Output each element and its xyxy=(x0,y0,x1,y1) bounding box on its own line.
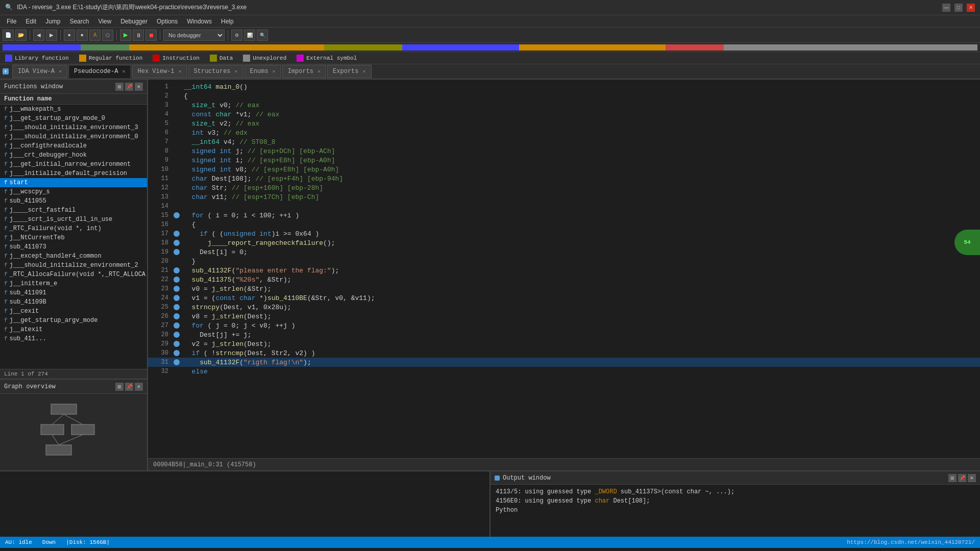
maximize-button[interactable]: □ xyxy=(954,4,963,12)
progress-segment-4 xyxy=(324,44,402,51)
debugger-selector[interactable]: No debugger xyxy=(163,30,225,41)
tab-close-imports[interactable]: ✕ xyxy=(317,68,321,74)
window-controls[interactable]: — □ ✕ xyxy=(942,4,975,12)
tab-close-pseudocode-a[interactable]: ✕ xyxy=(122,68,125,74)
legend-instruction: Instruction xyxy=(153,55,200,62)
toolbar-pause[interactable]: ⏸ xyxy=(133,30,144,41)
func-item-wcscpy[interactable]: f j__wcscpy_s xyxy=(0,187,147,196)
menu-debugger[interactable]: Debugger xyxy=(116,17,152,26)
tab-ida-view-a[interactable]: IDA View-A ✕ xyxy=(12,65,67,78)
func-item-rtc-alloca[interactable]: f _RTC_AllocaFailure(void *,_RTC_ALLOCA xyxy=(0,270,147,279)
graph-btn-close[interactable]: ✕ xyxy=(135,383,143,391)
tab-close-structures[interactable]: ✕ xyxy=(235,68,238,74)
toolbar-btn1[interactable]: ■ xyxy=(64,30,75,41)
code-content[interactable]: 1 __int64 main_0() 2 { 3 size_t v0; // e… xyxy=(148,80,980,458)
output-btn-close[interactable]: ✕ xyxy=(968,474,976,482)
func-item-start[interactable]: f start xyxy=(0,178,147,187)
menu-edit[interactable]: Edit xyxy=(21,17,40,26)
toolbar-extra3[interactable]: 🔍 xyxy=(257,30,268,41)
func-item-startup-argv[interactable]: f j__get_startup_argv_mode_0 xyxy=(0,114,147,123)
tab-close-exports[interactable]: ✕ xyxy=(363,68,366,74)
func-item-init-precision[interactable]: f j___initialize_default_precision xyxy=(0,169,147,178)
func-item-init-env2[interactable]: f j___should_initialize_environment_2 xyxy=(0,261,147,270)
toolbar-back[interactable]: ◀ xyxy=(33,30,44,41)
toolbar-open[interactable]: 📂 xyxy=(15,30,27,41)
code-line-16: 16 { xyxy=(148,220,980,229)
func-item-sub411091[interactable]: f sub_411091 xyxy=(0,288,147,297)
functions-btn-grid[interactable]: ⊞ xyxy=(115,83,124,91)
tab-pseudocode-a[interactable]: Pseudocode-A ✕ xyxy=(68,65,131,78)
menu-options[interactable]: Options xyxy=(153,17,182,26)
output-btn-pin[interactable]: 📌 xyxy=(958,474,966,482)
functions-list[interactable]: f j__wmakepath_s f j__get_startup_argv_m… xyxy=(0,105,147,369)
func-item-configthread[interactable]: f j__configthreadlocale xyxy=(0,141,147,151)
func-name: _RTC_AllocaFailure(void *,_RTC_ALLOCA xyxy=(10,271,145,278)
graph-btn-grid[interactable]: ⊞ xyxy=(115,383,124,391)
output-section: Output window ⊞ 📌 ✕ 4113/5: using guesse… xyxy=(0,470,980,537)
func-item-init-env3[interactable]: f j___should_initialize_environment_3 xyxy=(0,123,147,132)
menu-file[interactable]: File xyxy=(3,17,20,26)
toolbar-btn3[interactable]: A xyxy=(89,30,101,41)
func-item-startup-argv2[interactable]: f j__get_startup_argv_mode xyxy=(0,316,147,325)
menu-help[interactable]: Help xyxy=(217,17,238,26)
func-item-cexit[interactable]: f j__cexit xyxy=(0,307,147,316)
func-item-atexit[interactable]: f j__atexit xyxy=(0,325,147,334)
title-bar: 🔍 IDA - reverse_3.exe E:\1-study\逆向\第四周\… xyxy=(0,0,980,15)
toolbar-extra2[interactable]: 📊 xyxy=(244,30,255,41)
green-circle[interactable]: 54 xyxy=(954,230,980,255)
legend-label-data: Data xyxy=(219,55,233,61)
func-item-sub411...[interactable]: f sub_411... xyxy=(0,334,147,343)
tab-imports[interactable]: Imports ✕ xyxy=(282,65,326,78)
graph-btn-pin[interactable]: 📌 xyxy=(125,383,133,391)
func-item-except-handler[interactable]: f j__except_handler4_common xyxy=(0,252,147,261)
func-name: j__except_handler4_common xyxy=(10,253,102,260)
close-button[interactable]: ✕ xyxy=(967,4,975,12)
toolbar-new[interactable]: 📄 xyxy=(3,30,14,41)
func-item-scrt-fastfail[interactable]: f j____scrt_fastfail xyxy=(0,206,147,215)
toolbar-stop[interactable]: ⏹ xyxy=(145,30,157,41)
functions-btn-pin[interactable]: 📌 xyxy=(125,83,133,91)
toolbar-run[interactable]: ▶ xyxy=(120,30,131,41)
func-item-narrow-env[interactable]: f j__get_initial_narrow_environment xyxy=(0,160,147,169)
output-header: Output window ⊞ 📌 ✕ xyxy=(491,471,980,485)
menu-view[interactable]: View xyxy=(94,17,115,26)
status-idle: AU: idle xyxy=(5,539,32,545)
menu-windows[interactable]: Windows xyxy=(183,17,216,26)
tab-close-hex-view-1[interactable]: ✕ xyxy=(179,68,182,74)
minimize-button[interactable]: — xyxy=(942,4,950,12)
toolbar-hex[interactable]: ⬡ xyxy=(102,30,113,41)
tab-hex-view-1[interactable]: Hex View-1 ✕ xyxy=(132,65,187,78)
tab-close-enums[interactable]: ✕ xyxy=(273,68,276,74)
code-line-2: 2 { xyxy=(148,91,980,101)
left-panel: Functions window ⊞ 📌 ✕ Function name f j… xyxy=(0,80,148,470)
tab-exports[interactable]: Exports ✕ xyxy=(327,65,371,78)
output-line-1: 4113/5: using guessed type _DWORD sub_41… xyxy=(496,487,975,496)
func-item-rtc-failure[interactable]: f _RTC_Failure(void *, int) xyxy=(0,224,147,233)
menu-search[interactable]: Search xyxy=(65,17,93,26)
tab-enums[interactable]: Enums ✕ xyxy=(244,65,281,78)
func-item-scrt-ucrt[interactable]: f j____scrt_is_ucrt_dll_in_use xyxy=(0,215,147,224)
tab-structures[interactable]: Structures ✕ xyxy=(188,65,243,78)
func-prefix: f xyxy=(4,180,8,186)
functions-btn-close[interactable]: ✕ xyxy=(135,83,143,91)
graph-canvas[interactable] xyxy=(0,394,147,470)
func-item-sub41109B[interactable]: f sub_41109B xyxy=(0,297,147,307)
code-line-6: 6 int v3; // edx xyxy=(148,128,980,137)
func-item-ntcurrentteb[interactable]: f j__NtCurrentTeb xyxy=(0,233,147,242)
toolbar-forward[interactable]: ▶ xyxy=(46,30,57,41)
legend-label-library: Library function xyxy=(15,55,69,61)
toolbar-extra1[interactable]: ⚙ xyxy=(231,30,242,41)
func-item-debugger-hook[interactable]: f j___crt_debugger_hook xyxy=(0,151,147,160)
tab-close-ida-view-a[interactable]: ✕ xyxy=(59,68,62,74)
func-item-initterm[interactable]: f j__initterm_e xyxy=(0,279,147,288)
menu-jump[interactable]: Jump xyxy=(41,17,64,26)
func-prefix: f xyxy=(4,115,8,121)
func-item-sub411055[interactable]: f sub_411055 xyxy=(0,196,147,206)
func-item-wmakepath[interactable]: f j__wmakepath_s xyxy=(0,105,147,114)
func-prefix: f xyxy=(4,262,8,268)
code-line-12: 12 char Str; // [esp+160h] [ebp-28h] xyxy=(148,183,980,192)
func-item-sub411073[interactable]: f sub_411073 xyxy=(0,242,147,252)
output-btn-grid[interactable]: ⊞ xyxy=(948,474,957,482)
toolbar-btn2[interactable]: ■ xyxy=(77,30,88,41)
func-item-init-env0[interactable]: f j___should_initialize_environment_0 xyxy=(0,132,147,141)
